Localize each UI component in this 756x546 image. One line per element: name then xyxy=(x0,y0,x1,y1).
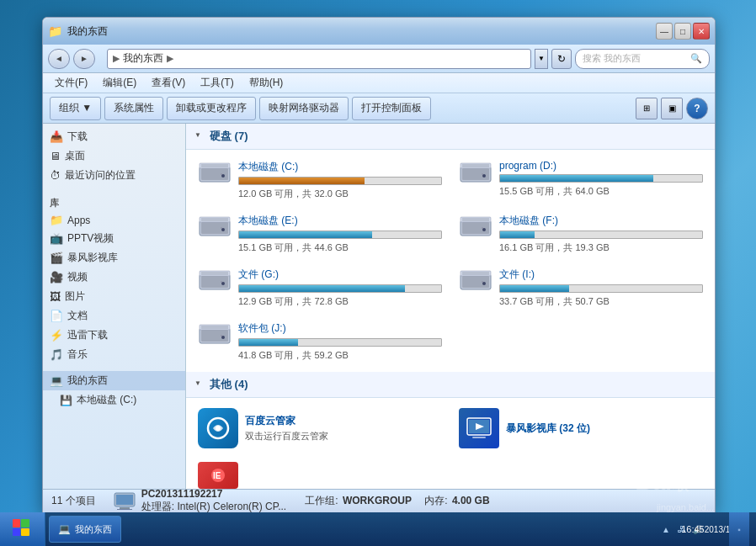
system-props-button[interactable]: 系统属性 xyxy=(104,97,163,120)
drives-collapse-icon[interactable]: ▼ xyxy=(194,131,205,141)
drive-bar-c xyxy=(239,178,365,184)
computer-name: PC201311192217 xyxy=(141,488,287,500)
svg-rect-5 xyxy=(201,164,228,167)
close-button[interactable]: ✕ xyxy=(693,23,710,40)
search-icon[interactable]: 🔍 xyxy=(690,53,702,64)
address-dropdown[interactable]: ▼ xyxy=(535,49,548,69)
sidebar-item-music[interactable]: 🎵 音乐 xyxy=(43,345,185,364)
others-collapse-icon[interactable]: ▼ xyxy=(194,379,205,390)
sidebar-item-desktop[interactable]: 🖥 桌面 xyxy=(43,146,185,166)
drive-item-e[interactable]: 本地磁盘 (E:) 15.1 GB 可用，共 44.6 GB xyxy=(189,207,450,261)
pptv-icon: 📺 xyxy=(50,232,63,245)
workgroup-info: 工作组: WORKGROUP 内存: 4.00 GB xyxy=(305,494,489,508)
drive-size-j: 41.8 GB 可用，共 59.2 GB xyxy=(238,349,442,362)
drive-item-c[interactable]: 本地磁盘 (C:) 12.0 GB 可用，共 32.0 GB xyxy=(189,153,450,207)
refresh-button[interactable]: ↻ xyxy=(551,49,572,69)
item-count: 11 个项目 xyxy=(51,494,96,508)
baidu-cloud-info: 百度云管家 双击运行百度云管家 xyxy=(245,414,442,443)
titlebar-controls: — □ ✕ xyxy=(656,23,710,40)
video-icon: 🎥 xyxy=(50,271,63,284)
baidu-cloud-icon xyxy=(198,408,238,448)
menu-view[interactable]: 查看(V) xyxy=(145,74,192,92)
toolbar-right: ⊞ ▣ ? xyxy=(636,98,708,119)
back-button[interactable]: ◄ xyxy=(48,49,70,69)
storm-video-name: 暴风影视库 (32 位) xyxy=(506,421,703,436)
drive-item-d[interactable]: program (D:) 15.5 GB 可用，共 64.0 GB xyxy=(450,153,711,207)
svg-point-43 xyxy=(216,426,221,431)
svg-point-8 xyxy=(482,174,486,178)
control-panel-button[interactable]: 打开控制面板 xyxy=(352,97,431,120)
sidebar-item-recent[interactable]: ⏱ 最近访问的位置 xyxy=(43,166,185,185)
sidebar-item-local-c[interactable]: 💾 本地磁盘 (C:) xyxy=(43,390,185,410)
menu-tools[interactable]: 工具(T) xyxy=(194,74,240,92)
svg-point-2 xyxy=(221,174,225,178)
organize-button[interactable]: 组织 ▼ xyxy=(50,97,101,120)
show-desktop-button[interactable]: ▪ xyxy=(729,512,749,546)
forward-button[interactable]: ► xyxy=(73,49,95,69)
drive-bar-container-f xyxy=(499,231,703,239)
maximize-button[interactable]: □ xyxy=(674,23,691,40)
svg-rect-13 xyxy=(201,222,228,234)
drive-size-e: 15.1 GB 可用，共 44.6 GB xyxy=(238,241,442,254)
drive-item-j[interactable]: 软件包 (J:) 41.8 GB 可用，共 59.2 GB xyxy=(189,315,450,368)
recent-icon: ⏱ xyxy=(50,169,61,182)
sidebar-item-pptv[interactable]: 📺 PPTV视频 xyxy=(43,229,185,248)
sidebar-item-video[interactable]: 🎥 视频 xyxy=(43,268,185,287)
sidebar-item-download[interactable]: 📥 下载 xyxy=(43,127,185,146)
drive-name-d: program (D:) xyxy=(499,160,703,172)
storm-icon: 🎬 xyxy=(50,252,63,264)
drive-item-i[interactable]: 文件 (I:) 33.7 GB 可用，共 50.7 GB xyxy=(450,261,711,315)
menu-edit[interactable]: 编辑(E) xyxy=(96,74,143,92)
drive-item-g[interactable]: 文件 (G:) 12.9 GB 可用，共 72.8 GB xyxy=(189,261,450,315)
search-box[interactable]: 搜索 我的东西 🔍 xyxy=(575,49,710,69)
search-placeholder: 搜索 我的东西 xyxy=(583,52,641,65)
sidebar-item-pictures[interactable]: 🖼 图片 xyxy=(43,287,185,306)
drive-icon-d xyxy=(459,160,492,187)
windows-logo xyxy=(13,519,33,539)
svg-rect-47 xyxy=(472,437,486,438)
menu-file[interactable]: 文件(F) xyxy=(48,74,94,92)
drive-bar-container-e xyxy=(238,231,442,239)
baidu-watermark: Bai喉 xyxy=(635,469,689,496)
tray-up-arrow[interactable]: ▲ xyxy=(659,522,673,536)
computer-small-icon xyxy=(113,492,136,511)
baidu-cloud-name: 百度云管家 xyxy=(245,414,442,428)
sidebar-item-apps[interactable]: 📁 Apps xyxy=(43,211,185,229)
menubar: 文件(F) 编辑(E) 查看(V) 工具(T) 帮助(H) xyxy=(43,73,715,93)
baidu-cloud-item[interactable]: 百度云管家 双击运行百度云管家 xyxy=(189,401,450,455)
svg-point-39 xyxy=(221,335,222,337)
drive-size-g: 12.9 GB 可用，共 72.8 GB xyxy=(238,295,442,308)
hard-drives-title: 硬盘 (7) xyxy=(210,129,248,144)
drive-size-i: 33.7 GB 可用，共 50.7 GB xyxy=(499,295,703,308)
address-path[interactable]: ▶ 我的东西 ▶ xyxy=(107,49,531,69)
sidebar-item-docs[interactable]: 📄 文档 xyxy=(43,306,185,326)
view-toggle-button[interactable]: ⊞ xyxy=(636,98,658,119)
drive-item-f[interactable]: 本地磁盘 (F:) 16.1 GB 可用，共 19.3 GB xyxy=(450,207,711,261)
preview-pane-button[interactable]: ▣ xyxy=(661,98,683,119)
main-panel: ▼ 硬盘 (7) 本地磁盘 (C:) 12.0 GB 可用，共 32.0 GB xyxy=(186,124,715,489)
menu-help[interactable]: 帮助(H) xyxy=(242,74,290,92)
taskbar-window-button[interactable]: 💻 我的东西 xyxy=(49,516,121,543)
minimize-button[interactable]: — xyxy=(656,23,673,40)
toolbar: 组织 ▼ 系统属性 卸载或更改程序 映射网络驱动器 打开控制面板 ⊞ ▣ ? xyxy=(43,93,715,124)
uninstall-button[interactable]: 卸载或更改程序 xyxy=(167,97,256,120)
map-drive-button[interactable]: 映射网络驱动器 xyxy=(259,97,349,120)
svg-point-38 xyxy=(221,336,225,339)
svg-rect-52 xyxy=(120,507,130,509)
svg-rect-41 xyxy=(201,326,228,329)
computer-info: PC201311192217 处理器: Intel(R) Celeron(R) … xyxy=(113,488,490,514)
drive-icon-c xyxy=(198,160,232,187)
help-button[interactable]: ? xyxy=(686,98,708,119)
pictures-icon: 🖼 xyxy=(50,290,61,303)
sidebar-item-xunlei[interactable]: ⚡ 迅雷下载 xyxy=(43,326,185,345)
start-button[interactable] xyxy=(0,512,45,546)
library-section-header: 库 xyxy=(43,192,185,211)
drive-name-e: 本地磁盘 (E:) xyxy=(238,214,442,228)
drive-info-j: 软件包 (J:) 41.8 GB 可用，共 59.2 GB xyxy=(238,321,442,362)
storm-video-item[interactable]: 暴风影视库 (32 位) xyxy=(450,401,711,455)
svg-rect-51 xyxy=(116,495,133,505)
others-grid: 百度云管家 双击运行百度云管家 暴风影 xyxy=(186,398,715,459)
sidebar-item-mycomputer[interactable]: 💻 我的东西 xyxy=(43,371,185,390)
storm-video-info: 暴风影视库 (32 位) xyxy=(506,421,703,436)
sidebar-item-storm[interactable]: 🎬 暴风影视库 xyxy=(43,248,185,268)
